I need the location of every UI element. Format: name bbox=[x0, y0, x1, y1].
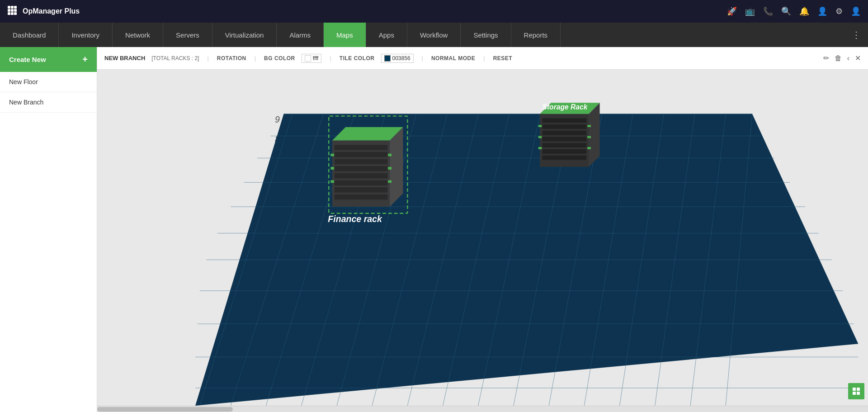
svg-rect-46 bbox=[542, 124, 586, 129]
rack-slot-3 bbox=[335, 159, 387, 164]
close-icon[interactable]: ✕ bbox=[855, 54, 861, 62]
bg-color-value: ffff bbox=[313, 55, 319, 62]
create-new-label: Create New bbox=[9, 56, 46, 63]
storage-right-face bbox=[589, 103, 599, 167]
phone-icon[interactable]: 📞 bbox=[763, 6, 773, 16]
svg-rect-39 bbox=[330, 167, 334, 170]
svg-rect-0 bbox=[8, 6, 10, 9]
nav-item-maps[interactable]: Maps bbox=[324, 23, 366, 47]
prev-icon[interactable]: ‹ bbox=[847, 54, 849, 62]
main-panel: NEW BRANCH [TOTAL RACKS : 2] | ROTATION … bbox=[97, 47, 868, 412]
tile-color-picker[interactable]: 003856 bbox=[381, 54, 414, 63]
svg-rect-58 bbox=[853, 388, 856, 391]
svg-rect-4 bbox=[11, 9, 14, 12]
scrollbar-thumb[interactable] bbox=[97, 407, 233, 412]
svg-rect-61 bbox=[857, 392, 860, 395]
svg-rect-8 bbox=[14, 12, 17, 15]
create-new-button[interactable]: Create New + bbox=[0, 47, 97, 72]
reset-button[interactable]: RESET bbox=[493, 55, 513, 62]
toolbar: NEW BRANCH [TOTAL RACKS : 2] | ROTATION … bbox=[97, 47, 868, 70]
finance-rack-label: Finance rack bbox=[328, 214, 382, 224]
rocket-icon[interactable]: 🚀 bbox=[727, 6, 737, 16]
app-name: OpManager Plus bbox=[23, 7, 727, 15]
nav-item-virtualization[interactable]: Virtualization bbox=[212, 23, 277, 47]
nav-more-icon[interactable]: ⋮ bbox=[844, 23, 868, 47]
top-icons: 🚀 📺 📞 🔍 🔔 👤 ⚙ 👤 bbox=[727, 6, 861, 16]
search-icon[interactable]: 🔍 bbox=[781, 6, 791, 16]
branch-label: NEW BRANCH bbox=[104, 55, 145, 62]
avatar-icon[interactable]: 👤 bbox=[851, 6, 861, 16]
nav-item-apps[interactable]: Apps bbox=[366, 23, 407, 47]
svg-rect-45 bbox=[542, 118, 586, 123]
rack-right-face bbox=[390, 127, 403, 207]
nav-item-servers[interactable]: Servers bbox=[163, 23, 212, 47]
nav-bar: Dashboard Inventory Network Servers Virt… bbox=[0, 23, 868, 47]
svg-rect-7 bbox=[11, 12, 14, 15]
rotation-button[interactable]: ROTATION bbox=[217, 55, 246, 62]
tile-color-swatch bbox=[384, 55, 391, 62]
svg-rect-42 bbox=[388, 167, 392, 170]
svg-rect-38 bbox=[330, 154, 334, 156]
svg-rect-5 bbox=[14, 9, 17, 12]
edit-icon[interactable]: ✏ bbox=[823, 54, 829, 62]
grid-num-9: 9 bbox=[275, 114, 280, 124]
bell-icon[interactable]: 🔔 bbox=[799, 6, 809, 16]
nav-item-inventory[interactable]: Inventory bbox=[59, 23, 113, 47]
tile-color-label: TILE COLOR bbox=[340, 55, 375, 62]
svg-rect-59 bbox=[857, 388, 860, 391]
grid-icon[interactable] bbox=[7, 5, 17, 17]
floor-view-icon[interactable] bbox=[848, 383, 864, 399]
sidebar: Create New + New Floor New Branch bbox=[0, 47, 97, 412]
bg-color-label: BG COLOR bbox=[264, 55, 295, 62]
monitor-icon[interactable]: 📺 bbox=[745, 6, 755, 16]
toolbar-right: ✏ 🗑 ‹ ✕ bbox=[823, 54, 861, 62]
rack-slot-8 bbox=[335, 194, 387, 200]
nav-item-network[interactable]: Network bbox=[113, 23, 163, 47]
svg-rect-50 bbox=[542, 149, 586, 154]
top-bar: OpManager Plus 🚀 📺 📞 🔍 🔔 👤 ⚙ 👤 bbox=[0, 0, 868, 23]
floor-svg: 9 8 7 6 5 4 3 2 bbox=[97, 70, 868, 406]
svg-rect-40 bbox=[330, 180, 334, 183]
plus-icon: + bbox=[82, 54, 88, 65]
svg-rect-60 bbox=[853, 392, 856, 395]
nav-item-settings[interactable]: Settings bbox=[461, 23, 511, 47]
svg-rect-3 bbox=[8, 9, 10, 12]
sidebar-item-new-floor[interactable]: New Floor bbox=[0, 72, 97, 92]
svg-rect-56 bbox=[587, 136, 591, 138]
nav-item-alarms[interactable]: Alarms bbox=[277, 23, 324, 47]
user-icon[interactable]: 👤 bbox=[817, 6, 827, 16]
total-racks: [TOTAL RACKS : 2] bbox=[151, 55, 199, 62]
3d-view[interactable]: 9 8 7 6 5 4 3 2 bbox=[97, 70, 868, 406]
gear-icon[interactable]: ⚙ bbox=[835, 6, 843, 16]
rack-slot-2 bbox=[335, 152, 387, 157]
svg-rect-41 bbox=[388, 154, 392, 156]
normal-mode-button[interactable]: NORMAL MODE bbox=[431, 55, 475, 62]
svg-rect-53 bbox=[538, 136, 542, 138]
rack-slot-4 bbox=[335, 166, 387, 171]
bg-color-picker[interactable]: ffff bbox=[302, 54, 322, 63]
tile-color-value: 003856 bbox=[392, 55, 410, 62]
svg-rect-6 bbox=[8, 12, 10, 15]
svg-rect-48 bbox=[542, 137, 586, 142]
rack-slot-1 bbox=[335, 145, 387, 150]
svg-rect-43 bbox=[388, 180, 392, 183]
nav-item-dashboard[interactable]: Dashboard bbox=[0, 23, 59, 47]
svg-rect-55 bbox=[587, 125, 591, 127]
content-area: Create New + New Floor New Branch NEW BR… bbox=[0, 47, 868, 412]
svg-rect-1 bbox=[11, 6, 14, 9]
nav-item-workflow[interactable]: Workflow bbox=[407, 23, 461, 47]
rack-slot-6 bbox=[335, 180, 387, 185]
rack-slot-5 bbox=[335, 173, 387, 179]
nav-item-reports[interactable]: Reports bbox=[511, 23, 561, 47]
sidebar-item-new-branch[interactable]: New Branch bbox=[0, 92, 97, 113]
horizontal-scrollbar[interactable] bbox=[97, 406, 868, 412]
svg-rect-47 bbox=[542, 131, 586, 135]
svg-rect-57 bbox=[587, 147, 591, 149]
svg-rect-51 bbox=[542, 156, 586, 160]
delete-icon[interactable]: 🗑 bbox=[835, 54, 842, 62]
storage-rack: Storage Rack bbox=[538, 103, 600, 167]
storage-rack-label: Storage Rack bbox=[542, 103, 588, 111]
svg-rect-52 bbox=[538, 125, 542, 127]
svg-rect-54 bbox=[538, 147, 542, 149]
rack-slot-7 bbox=[335, 187, 387, 193]
